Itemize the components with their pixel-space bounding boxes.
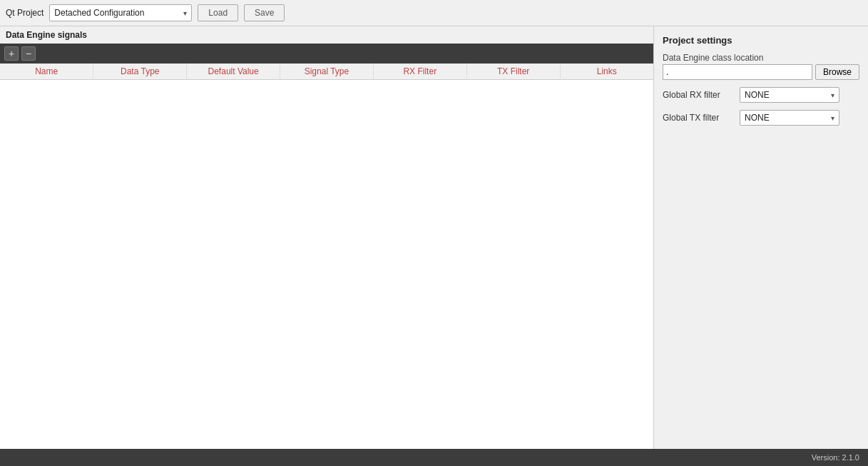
global-rx-filter-label: Global RX filter: [663, 90, 734, 100]
settings-title: Project settings: [663, 35, 859, 46]
global-tx-filter-value: NONE: [745, 113, 831, 123]
main-content: Data Engine signals + − Name Data Type D…: [0, 26, 868, 449]
global-rx-filter-value: NONE: [745, 90, 831, 100]
col-signal-type: Signal Type: [280, 64, 374, 80]
col-default-value: Default Value: [187, 64, 280, 80]
add-row-button[interactable]: +: [4, 46, 19, 61]
global-rx-filter-row: Global RX filter NONE ▾: [663, 87, 859, 103]
toolbar-row: + −: [0, 44, 653, 64]
chevron-down-icon: ▾: [831, 114, 834, 122]
status-bar: Version: 2.1.0: [0, 449, 868, 466]
section-title: Data Engine signals: [0, 26, 653, 44]
left-panel: Data Engine signals + − Name Data Type D…: [0, 26, 654, 449]
class-location-label: Data Engine class location: [663, 53, 859, 63]
col-links: Links: [560, 64, 653, 80]
browse-button[interactable]: Browse: [815, 64, 859, 80]
top-bar: Qt Project Detached Configuration ▾ Load…: [0, 0, 868, 26]
global-tx-filter-row: Global TX filter NONE ▾: [663, 110, 859, 126]
class-location-input[interactable]: [663, 64, 812, 80]
project-dropdown[interactable]: Detached Configuration ▾: [49, 4, 192, 21]
class-location-row: Browse: [663, 64, 859, 80]
chevron-down-icon: ▾: [831, 91, 834, 99]
save-button[interactable]: Save: [244, 4, 285, 21]
class-location-section: Data Engine class location Browse: [663, 53, 859, 80]
global-tx-filter-select[interactable]: NONE ▾: [740, 110, 839, 126]
chevron-down-icon: ▾: [183, 9, 187, 17]
qt-project-label: Qt Project: [6, 8, 44, 18]
col-rx-filter: RX Filter: [373, 64, 466, 80]
version-text: Version: 2.1.0: [812, 453, 859, 462]
col-data-type: Data Type: [93, 64, 187, 80]
right-panel: Project settings Data Engine class locat…: [654, 26, 868, 449]
global-tx-filter-label: Global TX filter: [663, 113, 734, 123]
signals-table: Name Data Type Default Value Signal Type…: [0, 64, 653, 80]
load-button[interactable]: Load: [198, 4, 238, 21]
col-name: Name: [0, 64, 93, 80]
remove-row-button[interactable]: −: [21, 46, 36, 61]
project-dropdown-text: Detached Configuration: [54, 8, 183, 18]
table-header-row: Name Data Type Default Value Signal Type…: [0, 64, 653, 80]
col-tx-filter: TX Filter: [466, 64, 560, 80]
global-rx-filter-select[interactable]: NONE ▾: [740, 87, 839, 103]
table-container: Name Data Type Default Value Signal Type…: [0, 64, 653, 449]
